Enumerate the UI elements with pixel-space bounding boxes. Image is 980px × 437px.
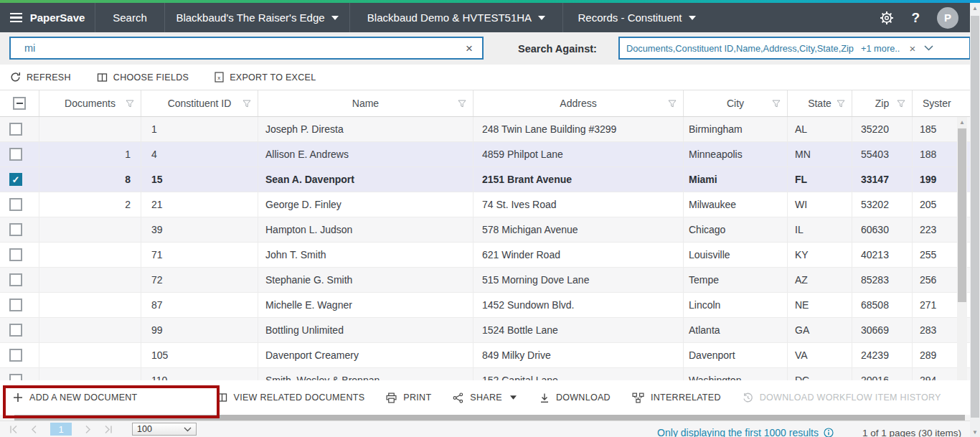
cell-name: Sean A. Davenport	[258, 167, 473, 192]
pagination-bar: 1 100 Only displaying the first 1000 res…	[0, 420, 970, 437]
cell-name: Davenport Creamery	[258, 343, 473, 367]
column-header-address[interactable]: Address	[473, 90, 684, 116]
row-checkbox[interactable]	[9, 223, 22, 236]
download-workflow-history-button[interactable]: DOWNLOAD WORKFLOW ITEM HISTORY	[743, 393, 941, 403]
table-row[interactable]: 1 4 Allison E. Andrews 4859 Philpot Lane…	[0, 142, 980, 167]
table-row[interactable]: 39 Hampton L. Judson 578 Michigan Avenue…	[0, 217, 980, 243]
clear-search-icon[interactable]: ×	[456, 42, 482, 55]
cell-constituent-id: 105	[141, 343, 258, 367]
scroll-down-arrow-icon[interactable]: ▼	[970, 427, 980, 437]
nav-item-product-dropdown[interactable]: Blackbaud's The Raiser's Edge	[165, 3, 350, 32]
table-row[interactable]: 2 21 George D. Finley 74 St. Ives Road M…	[0, 192, 980, 217]
table-row[interactable]: 72 Stephanie G. Smith 515 Morning Dove L…	[0, 268, 980, 293]
view-related-documents-button[interactable]: VIEW RELATED DOCUMENTS	[217, 393, 365, 403]
filter-icon[interactable]	[837, 100, 845, 108]
filter-icon[interactable]	[242, 100, 251, 108]
row-checkbox[interactable]	[9, 299, 22, 311]
row-checkbox-cell	[0, 142, 39, 166]
table-row[interactable]: 87 Michelle E. Wagner 1452 Sundown Blvd.…	[0, 293, 980, 318]
export-to-excel-button[interactable]: x EXPORT TO EXCEL	[215, 72, 316, 83]
choose-fields-button[interactable]: CHOOSE FIELDS	[97, 72, 189, 83]
row-checkbox[interactable]	[9, 349, 22, 362]
table-row[interactable]: 110 Smith, Wesley & Brennan 152 Capital …	[0, 368, 980, 380]
first-page-icon[interactable]	[9, 425, 18, 434]
last-page-icon[interactable]	[104, 425, 113, 434]
table-row[interactable]: 105 Davenport Creamery 849 Milky Drive D…	[0, 343, 980, 368]
row-checkbox[interactable]	[9, 173, 22, 186]
column-header-state[interactable]: State	[788, 90, 852, 116]
filter-icon[interactable]	[668, 100, 677, 108]
info-icon[interactable]	[824, 428, 834, 437]
table-header-row: Documents Constituent ID Name Address Ci…	[0, 90, 980, 117]
share-button[interactable]: SHARE	[453, 393, 517, 403]
column-header-zip[interactable]: Zip	[852, 90, 913, 116]
chevron-down-icon[interactable]	[924, 45, 933, 51]
cell-zip: 85283	[852, 268, 913, 292]
table-row[interactable]: 1 Joseph P. Diresta 248 Twin Lane Buildi…	[0, 117, 980, 142]
cell-zip: 68508	[852, 293, 913, 317]
svg-text:x: x	[218, 75, 221, 81]
page-vertical-scrollbar[interactable]: ▲ ▼	[970, 3, 980, 437]
download-button[interactable]: DOWNLOAD	[540, 393, 611, 403]
column-header-city[interactable]: City	[684, 90, 788, 116]
row-checkbox[interactable]	[9, 324, 22, 337]
scrollbar-thumb[interactable]	[14, 415, 965, 420]
settings-gear-icon[interactable]	[880, 11, 894, 25]
table-row[interactable]: 8 15 Sean A. Davenport 2151 Brant Avenue…	[0, 167, 980, 192]
search-section: × Search Against: Documents,Constituent …	[0, 32, 980, 65]
app-menu-button[interactable]: PaperSave	[0, 3, 95, 32]
search-input[interactable]	[11, 42, 456, 54]
user-avatar[interactable]: P	[937, 7, 958, 29]
interrelated-button[interactable]: INTERRELATED	[632, 393, 721, 403]
column-header-constituent-id[interactable]: Constituent ID	[141, 90, 258, 116]
nav-item-search[interactable]: Search	[95, 3, 165, 32]
search-against-dropdown[interactable]: Documents,Constituent ID,Name,Address,Ci…	[618, 37, 971, 60]
next-page-icon[interactable]	[83, 425, 93, 434]
nav-item-org-dropdown[interactable]: Blackbaud Demo & HVTEST51HA	[350, 3, 563, 32]
row-checkbox[interactable]	[9, 273, 22, 286]
row-checkbox[interactable]	[9, 248, 22, 261]
cell-address: 515 Morning Dove Lane	[473, 268, 684, 292]
filter-icon[interactable]	[897, 100, 905, 108]
top-navigation-bar: PaperSave Search Blackbaud's The Raiser'…	[0, 3, 980, 32]
row-checkbox[interactable]	[9, 123, 22, 136]
cell-constituent-id: 39	[141, 217, 258, 242]
select-all-checkbox[interactable]	[13, 97, 26, 110]
add-new-document-button[interactable]: ADD A NEW DOCUMENT	[13, 393, 138, 403]
column-header-name[interactable]: Name	[258, 90, 473, 116]
scroll-up-arrow-icon[interactable]: ▲	[957, 117, 967, 127]
scroll-up-arrow-icon[interactable]: ▲	[970, 3, 980, 13]
horizontal-scrollbar[interactable]	[0, 415, 970, 420]
table-row[interactable]: 99 Bottling Unlimited 1524 Bottle Lane A…	[0, 318, 980, 343]
filter-icon[interactable]	[772, 100, 781, 108]
nav-item-records-dropdown[interactable]: Records - Constituent	[563, 3, 710, 32]
cell-constituent-id: 71	[141, 243, 258, 267]
table-vertical-scrollbar[interactable]: ▲	[957, 117, 967, 380]
previous-page-icon[interactable]	[29, 425, 39, 434]
row-checkbox-cell	[0, 343, 39, 367]
results-limit-link[interactable]: Only displaying the first 1000 results	[657, 427, 819, 437]
page-size-select[interactable]: 100	[132, 423, 197, 436]
filter-icon[interactable]	[458, 100, 466, 108]
chevron-down-icon	[510, 395, 517, 400]
row-checkbox[interactable]	[9, 374, 22, 380]
row-checkbox[interactable]	[9, 198, 22, 211]
table-row[interactable]: 71 John T. Smith 621 Winder Road Louisvi…	[0, 243, 980, 268]
search-against-more: +1 more..	[861, 43, 900, 54]
row-checkbox[interactable]	[9, 148, 22, 161]
refresh-button[interactable]: REFRESH	[10, 72, 71, 83]
cell-city: Birmingham	[684, 117, 788, 141]
cell-documents	[39, 117, 141, 141]
cell-city: Atlanta	[684, 318, 788, 342]
cell-documents	[39, 243, 141, 267]
print-button[interactable]: PRINT	[386, 393, 431, 403]
clear-against-icon[interactable]: ×	[909, 43, 915, 54]
filter-icon[interactable]	[126, 100, 134, 108]
current-page-button[interactable]: 1	[50, 423, 72, 436]
scrollbar-thumb[interactable]	[958, 128, 966, 302]
help-icon[interactable]: ?	[911, 10, 920, 26]
column-header-documents[interactable]: Documents	[39, 90, 141, 116]
scrollbar-thumb[interactable]	[971, 16, 979, 418]
row-checkbox-cell	[0, 318, 39, 342]
page-summary: 1 of 1 pages (30 items)	[862, 428, 961, 437]
